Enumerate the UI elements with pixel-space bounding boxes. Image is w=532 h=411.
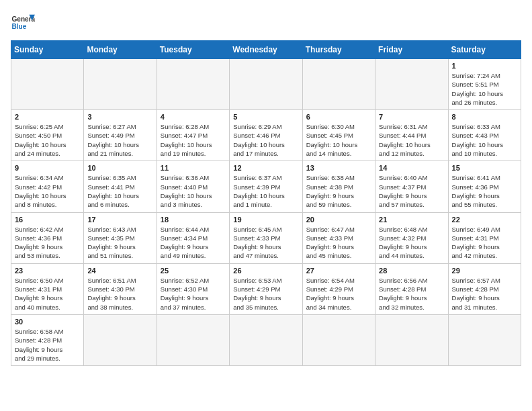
header-sunday: Sunday — [11, 41, 84, 59]
day-number: 18 — [161, 216, 226, 224]
calendar-cell: 19Sunrise: 6:45 AM Sunset: 4:33 PM Dayli… — [230, 212, 302, 263]
day-number: 23 — [15, 267, 80, 275]
calendar-cell: 26Sunrise: 6:53 AM Sunset: 4:29 PM Dayli… — [230, 263, 302, 314]
calendar-cell: 22Sunrise: 6:49 AM Sunset: 4:31 PM Dayli… — [448, 212, 521, 263]
calendar-cell — [157, 314, 229, 365]
day-info: Sunrise: 6:40 AM Sunset: 4:37 PM Dayligh… — [379, 173, 444, 209]
day-info: Sunrise: 6:25 AM Sunset: 4:50 PM Dayligh… — [15, 122, 80, 158]
calendar-cell: 15Sunrise: 6:41 AM Sunset: 4:36 PM Dayli… — [448, 161, 521, 212]
day-info: Sunrise: 6:54 AM Sunset: 4:29 PM Dayligh… — [306, 276, 371, 312]
calendar-cell: 2Sunrise: 6:25 AM Sunset: 4:50 PM Daylig… — [11, 110, 84, 161]
day-number: 30 — [15, 318, 80, 326]
calendar-cell: 17Sunrise: 6:43 AM Sunset: 4:35 PM Dayli… — [84, 212, 157, 263]
day-number: 21 — [379, 216, 444, 224]
calendar-cell: 10Sunrise: 6:35 AM Sunset: 4:41 PM Dayli… — [84, 161, 157, 212]
day-info: Sunrise: 6:28 AM Sunset: 4:47 PM Dayligh… — [161, 122, 226, 158]
calendar-cell — [302, 314, 375, 365]
day-number: 2 — [15, 113, 80, 121]
day-number: 20 — [306, 216, 371, 224]
day-number: 16 — [15, 216, 80, 224]
day-number: 27 — [306, 267, 371, 275]
calendar-week-row: 2Sunrise: 6:25 AM Sunset: 4:50 PM Daylig… — [11, 110, 521, 161]
calendar: Sunday Monday Tuesday Wednesday Thursday… — [11, 40, 521, 366]
day-info: Sunrise: 6:45 AM Sunset: 4:33 PM Dayligh… — [233, 225, 298, 261]
calendar-cell — [302, 59, 375, 110]
day-number: 12 — [233, 164, 298, 172]
day-info: Sunrise: 6:58 AM Sunset: 4:28 PM Dayligh… — [15, 327, 80, 363]
day-number: 14 — [379, 164, 444, 172]
calendar-cell: 7Sunrise: 6:31 AM Sunset: 4:44 PM Daylig… — [375, 110, 448, 161]
calendar-cell: 14Sunrise: 6:40 AM Sunset: 4:37 PM Dayli… — [375, 161, 448, 212]
header-tuesday: Tuesday — [157, 41, 229, 59]
day-number: 7 — [379, 113, 444, 121]
calendar-cell: 16Sunrise: 6:42 AM Sunset: 4:36 PM Dayli… — [11, 212, 84, 263]
calendar-cell: 23Sunrise: 6:50 AM Sunset: 4:31 PM Dayli… — [11, 263, 84, 314]
calendar-cell: 28Sunrise: 6:56 AM Sunset: 4:28 PM Dayli… — [375, 263, 448, 314]
calendar-week-row: 23Sunrise: 6:50 AM Sunset: 4:31 PM Dayli… — [11, 263, 521, 314]
logo-icon: General Blue — [11, 11, 35, 35]
calendar-cell: 25Sunrise: 6:52 AM Sunset: 4:30 PM Dayli… — [157, 263, 229, 314]
header-monday: Monday — [84, 41, 157, 59]
day-number: 15 — [452, 164, 517, 172]
calendar-cell: 30Sunrise: 6:58 AM Sunset: 4:28 PM Dayli… — [11, 314, 84, 365]
calendar-cell: 21Sunrise: 6:48 AM Sunset: 4:32 PM Dayli… — [375, 212, 448, 263]
day-info: Sunrise: 6:27 AM Sunset: 4:49 PM Dayligh… — [87, 122, 152, 158]
day-number: 11 — [161, 164, 226, 172]
day-info: Sunrise: 6:31 AM Sunset: 4:44 PM Dayligh… — [379, 122, 444, 158]
calendar-cell: 29Sunrise: 6:57 AM Sunset: 4:28 PM Dayli… — [448, 263, 521, 314]
calendar-cell: 24Sunrise: 6:51 AM Sunset: 4:30 PM Dayli… — [84, 263, 157, 314]
day-info: Sunrise: 6:44 AM Sunset: 4:34 PM Dayligh… — [161, 225, 226, 261]
calendar-cell: 13Sunrise: 6:38 AM Sunset: 4:38 PM Dayli… — [302, 161, 375, 212]
day-number: 5 — [233, 113, 298, 121]
day-number: 13 — [306, 164, 371, 172]
calendar-cell: 8Sunrise: 6:33 AM Sunset: 4:43 PM Daylig… — [448, 110, 521, 161]
header-wednesday: Wednesday — [230, 41, 302, 59]
day-info: Sunrise: 6:47 AM Sunset: 4:33 PM Dayligh… — [306, 225, 371, 261]
day-info: Sunrise: 6:33 AM Sunset: 4:43 PM Dayligh… — [452, 122, 517, 158]
logo: General Blue — [11, 11, 35, 35]
header: General Blue — [11, 11, 521, 35]
calendar-cell — [375, 314, 448, 365]
calendar-header-row: Sunday Monday Tuesday Wednesday Thursday… — [11, 41, 521, 59]
calendar-cell — [230, 314, 302, 365]
calendar-cell: 27Sunrise: 6:54 AM Sunset: 4:29 PM Dayli… — [302, 263, 375, 314]
calendar-cell: 20Sunrise: 6:47 AM Sunset: 4:33 PM Dayli… — [302, 212, 375, 263]
calendar-cell: 1Sunrise: 7:24 AM Sunset: 5:51 PM Daylig… — [448, 59, 521, 110]
day-info: Sunrise: 6:53 AM Sunset: 4:29 PM Dayligh… — [233, 276, 298, 312]
day-info: Sunrise: 6:51 AM Sunset: 4:30 PM Dayligh… — [87, 276, 152, 312]
day-number: 6 — [306, 113, 371, 121]
header-friday: Friday — [375, 41, 448, 59]
day-number: 4 — [161, 113, 226, 121]
calendar-cell: 6Sunrise: 6:30 AM Sunset: 4:45 PM Daylig… — [302, 110, 375, 161]
day-number: 1 — [452, 62, 517, 70]
day-info: Sunrise: 6:52 AM Sunset: 4:30 PM Dayligh… — [161, 276, 226, 312]
calendar-week-row: 9Sunrise: 6:34 AM Sunset: 4:42 PM Daylig… — [11, 161, 521, 212]
day-number: 26 — [233, 267, 298, 275]
calendar-cell — [230, 59, 302, 110]
day-number: 19 — [233, 216, 298, 224]
calendar-cell: 3Sunrise: 6:27 AM Sunset: 4:49 PM Daylig… — [84, 110, 157, 161]
day-info: Sunrise: 6:50 AM Sunset: 4:31 PM Dayligh… — [15, 276, 80, 312]
day-info: Sunrise: 6:43 AM Sunset: 4:35 PM Dayligh… — [87, 225, 152, 261]
calendar-week-row: 30Sunrise: 6:58 AM Sunset: 4:28 PM Dayli… — [11, 314, 521, 365]
day-number: 8 — [452, 113, 517, 121]
calendar-cell: 18Sunrise: 6:44 AM Sunset: 4:34 PM Dayli… — [157, 212, 229, 263]
day-info: Sunrise: 7:24 AM Sunset: 5:51 PM Dayligh… — [452, 71, 517, 107]
calendar-cell — [157, 59, 229, 110]
day-info: Sunrise: 6:36 AM Sunset: 4:40 PM Dayligh… — [161, 173, 226, 209]
day-number: 29 — [452, 267, 517, 275]
calendar-week-row: 1Sunrise: 7:24 AM Sunset: 5:51 PM Daylig… — [11, 59, 521, 110]
day-info: Sunrise: 6:48 AM Sunset: 4:32 PM Dayligh… — [379, 225, 444, 261]
day-number: 17 — [87, 216, 152, 224]
calendar-cell: 11Sunrise: 6:36 AM Sunset: 4:40 PM Dayli… — [157, 161, 229, 212]
day-info: Sunrise: 6:38 AM Sunset: 4:38 PM Dayligh… — [306, 173, 371, 209]
day-info: Sunrise: 6:35 AM Sunset: 4:41 PM Dayligh… — [87, 173, 152, 209]
calendar-week-row: 16Sunrise: 6:42 AM Sunset: 4:36 PM Dayli… — [11, 212, 521, 263]
header-saturday: Saturday — [448, 41, 521, 59]
calendar-cell: 5Sunrise: 6:29 AM Sunset: 4:46 PM Daylig… — [230, 110, 302, 161]
day-info: Sunrise: 6:57 AM Sunset: 4:28 PM Dayligh… — [452, 276, 517, 312]
day-number: 9 — [15, 164, 80, 172]
svg-text:Blue: Blue — [11, 23, 26, 30]
day-number: 10 — [87, 164, 152, 172]
calendar-cell — [375, 59, 448, 110]
